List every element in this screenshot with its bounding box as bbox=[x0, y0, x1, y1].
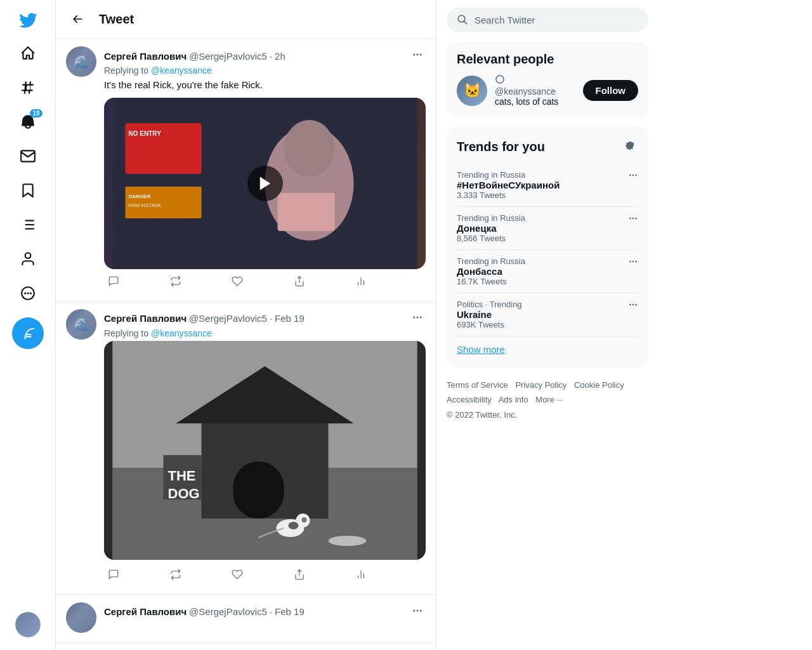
right-sidebar: Relevant people 🐱 @keanyssance cats, lot… bbox=[436, 0, 658, 650]
trends-settings-button[interactable] bbox=[622, 137, 638, 156]
person-bio: cats, lots of cats bbox=[495, 96, 575, 107]
bookmark-icon bbox=[20, 182, 36, 202]
analytics-button[interactable] bbox=[351, 565, 370, 584]
tweet-time: · bbox=[270, 313, 272, 324]
author-name: Сергей Павлович bbox=[104, 606, 187, 617]
replying-to: Replying to @keanyssance bbox=[104, 328, 426, 338]
tweet-author-row: Сергей Павлович @SergejPavlovic5 · Feb 1… bbox=[104, 309, 426, 328]
trends-header: Trends for you bbox=[457, 137, 638, 156]
author-handle: @SergejPavlovic5 bbox=[189, 51, 267, 62]
trend-name: Ukraine bbox=[457, 309, 522, 320]
svg-text:DOG: DOG bbox=[168, 486, 200, 501]
svg-point-55 bbox=[632, 218, 634, 220]
sidebar-item-more[interactable] bbox=[12, 279, 44, 311]
svg-point-41 bbox=[289, 522, 299, 529]
mail-icon bbox=[20, 148, 36, 168]
trend-more-button[interactable] bbox=[628, 256, 638, 269]
tweet-card[interactable]: Сергей Павлович @SergejPavlovic5 · Feb 1… bbox=[56, 595, 436, 644]
like-button[interactable] bbox=[228, 272, 247, 291]
tweet-more-button[interactable] bbox=[409, 309, 426, 328]
svg-rect-21 bbox=[278, 193, 335, 231]
tweet-time: · bbox=[270, 606, 272, 617]
tweet-avatar: 🌊 bbox=[66, 309, 96, 340]
author-name: Сергей Павлович bbox=[104, 313, 187, 324]
svg-point-42 bbox=[302, 517, 307, 522]
tweet-avatar bbox=[66, 602, 96, 633]
tweet-more-button[interactable] bbox=[409, 602, 426, 621]
tweet-video[interactable]: NO ENTRY DANGER HIGH VOLTAGE bbox=[104, 98, 426, 269]
search-input[interactable] bbox=[475, 15, 638, 25]
sidebar-item-bookmarks[interactable] bbox=[12, 176, 44, 208]
share-button[interactable] bbox=[290, 565, 309, 584]
svg-point-56 bbox=[635, 218, 637, 220]
tweet-author-info: Сергей Павлович @SergejPavlovic5 · Feb 1… bbox=[104, 313, 304, 324]
svg-point-6 bbox=[25, 253, 30, 258]
retweet-button[interactable] bbox=[166, 565, 185, 584]
main-content: Tweet 🌊 Сергей Павлович @SergejPavlovic5… bbox=[56, 0, 436, 650]
trend-item[interactable]: Trending in Russia #НетВойнеСУкраиной 3,… bbox=[457, 164, 638, 207]
footer-cookies[interactable]: Cookie Policy bbox=[574, 380, 624, 390]
tweet-text: It's the real Rick, you're the fake Rick… bbox=[104, 78, 426, 93]
replying-to-link[interactable]: @keanyssance bbox=[151, 328, 212, 338]
back-button[interactable] bbox=[66, 8, 89, 30]
tweet-card[interactable]: 🌊 Сергей Павлович @SergejPavlovic5 · 2h bbox=[56, 39, 436, 302]
svg-point-62 bbox=[635, 304, 637, 306]
follow-button[interactable]: Follow bbox=[583, 80, 639, 101]
footer-terms[interactable]: Terms of Service bbox=[447, 380, 508, 390]
sidebar-item-explore[interactable] bbox=[12, 74, 44, 105]
sidebar-item-messages[interactable] bbox=[12, 142, 44, 174]
person-handle: @keanyssance bbox=[495, 86, 575, 96]
trend-name: #НетВойнеСУкраиной bbox=[457, 180, 560, 190]
trend-item[interactable]: Trending in Russia Донбасса 16.7K Tweets bbox=[457, 250, 638, 293]
left-sidebar: 19 bbox=[0, 0, 56, 650]
tweet-header: 🌊 Сергей Павлович @SergejPavlovic5 · Feb… bbox=[66, 309, 426, 584]
compose-button[interactable] bbox=[12, 317, 44, 349]
tweet-card[interactable]: 🌊 Сергей Павлович @SergejPavlovic5 · Feb… bbox=[56, 302, 436, 595]
trend-item[interactable]: Trending in Russia Донецка 8,566 Tweets bbox=[457, 207, 638, 250]
relevant-people-title: Relevant people bbox=[457, 52, 638, 67]
svg-point-52 bbox=[632, 175, 634, 176]
trend-location: Trending in Russia bbox=[457, 170, 560, 180]
tweet-author-info: Сергей Павлович @SergejPavlovic5 · Feb 1… bbox=[104, 606, 304, 617]
trend-more-button[interactable] bbox=[628, 213, 638, 226]
trend-more-button[interactable] bbox=[628, 300, 638, 312]
search-icon bbox=[457, 14, 468, 25]
replying-to-link[interactable]: @keanyssance bbox=[151, 65, 212, 76]
author-handle: @SergejPavlovic5 bbox=[189, 313, 267, 324]
analytics-button[interactable] bbox=[351, 272, 370, 291]
twitter-logo[interactable] bbox=[13, 5, 43, 36]
user-avatar[interactable] bbox=[15, 612, 41, 637]
tweet-header: 🌊 Сергей Павлович @SergejPavlovic5 · 2h bbox=[66, 46, 426, 291]
trend-item[interactable]: Politics · Trending Ukraine 693K Tweets bbox=[457, 293, 638, 336]
footer-ads[interactable]: Ads info bbox=[499, 395, 528, 404]
hashtag-icon bbox=[20, 79, 36, 100]
svg-point-43 bbox=[329, 536, 367, 546]
trends-section: Trends for you Trending in Russia #НетВо… bbox=[447, 127, 648, 368]
svg-point-48 bbox=[413, 609, 415, 611]
sidebar-item-home[interactable] bbox=[12, 39, 44, 71]
like-button[interactable] bbox=[228, 565, 247, 584]
footer-copyright: © 2022 Twitter, Inc. bbox=[447, 410, 517, 420]
sidebar-item-profile[interactable] bbox=[12, 245, 44, 277]
svg-point-27 bbox=[413, 316, 415, 318]
tweet-more-button[interactable] bbox=[409, 46, 426, 65]
svg-point-51 bbox=[629, 175, 631, 176]
play-button[interactable] bbox=[247, 166, 283, 201]
svg-text:THE: THE bbox=[168, 468, 196, 484]
show-more-link[interactable]: Show more bbox=[457, 336, 638, 357]
retweet-button[interactable] bbox=[166, 272, 185, 291]
footer-privacy[interactable]: Privacy Policy bbox=[515, 380, 566, 390]
footer-accessibility[interactable]: Accessibility bbox=[447, 395, 492, 404]
tweet-author-row: Сергей Павлович @SergejPavlovic5 · Feb 1… bbox=[104, 602, 426, 621]
sidebar-item-lists[interactable] bbox=[12, 211, 44, 242]
footer-more[interactable]: More ··· bbox=[535, 395, 563, 404]
sidebar-item-notifications[interactable]: 19 bbox=[12, 108, 44, 140]
share-button[interactable] bbox=[290, 272, 309, 291]
person-avatar[interactable]: 🐱 bbox=[457, 76, 487, 106]
reply-button[interactable] bbox=[104, 565, 123, 584]
tweet-author-row: Сергей Павлович @SergejPavlovic5 · 2h bbox=[104, 46, 426, 65]
footer-links: Terms of Service Privacy Policy Cookie P… bbox=[447, 378, 648, 422]
svg-point-61 bbox=[632, 304, 634, 306]
trend-more-button[interactable] bbox=[628, 170, 638, 183]
reply-button[interactable] bbox=[104, 272, 123, 291]
